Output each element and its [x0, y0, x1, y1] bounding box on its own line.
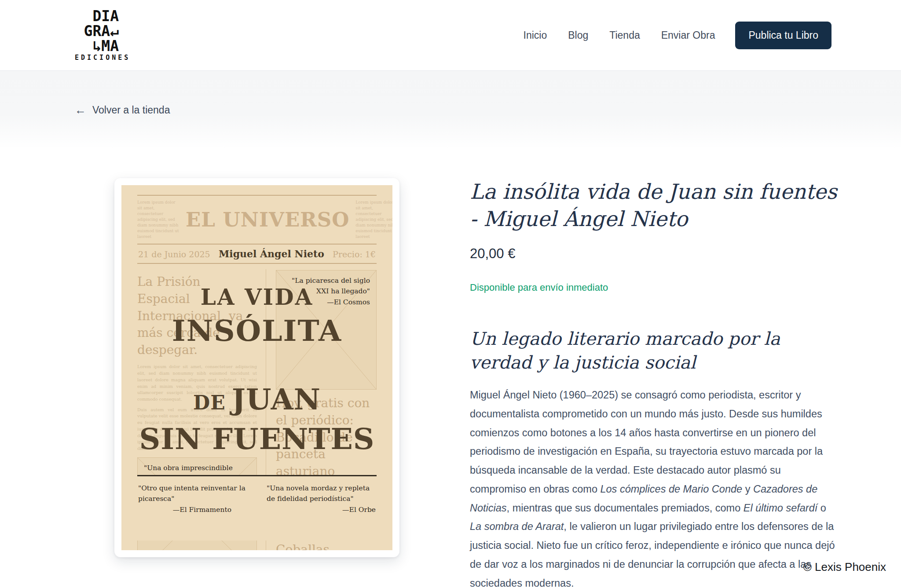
nav-item-blog[interactable]: Blog	[568, 29, 588, 41]
logo-subtitle: EDICIONES	[75, 55, 119, 61]
cover-dateline: 21 de Junio 2025 Miguel Ángel Nieto Prec…	[137, 245, 377, 263]
cover-masthead-row: Lorem ipsum dolor sit amet, consectetuer…	[137, 196, 377, 244]
section-heading: Un legado literario marcado por la verda…	[470, 327, 791, 374]
quote-source: —El Cosmos	[282, 297, 370, 307]
product-title: La insólita vida de Juan sin fuentes - M…	[470, 178, 839, 233]
logo-line-2: GRA↵	[75, 24, 119, 39]
nav-item-tienda[interactable]: Tienda	[609, 29, 640, 41]
product-info: La insólita vida de Juan sin fuentes - M…	[470, 178, 839, 588]
cover-price-tag: Precio: 1€	[333, 249, 376, 259]
quote-source: —El Orbe	[267, 505, 376, 515]
site-header: DIA GRA↵ ↳MA EDICIONES Inicio Blog Tiend…	[0, 0, 901, 71]
main-nav: Inicio Blog Tienda Enviar Obra	[524, 29, 715, 41]
cover-quote-cosmos: "La picaresca del siglo XXI ha llegado" …	[276, 270, 376, 313]
cover-bottom-quotes: "Otro que intenta reinventar la picaresc…	[137, 475, 377, 541]
product-page: Lorem ipsum dolor sit amet, consectetuer…	[0, 149, 901, 588]
logo-line-3: ↳MA	[75, 39, 119, 54]
nav-item-enviar-obra[interactable]: Enviar Obra	[661, 29, 715, 41]
quote-text: "Una novela mordaz y repleta de fidelida…	[267, 484, 370, 502]
cover-masthead-left-lorem: Lorem ipsum dolor sit amet, consectetuer…	[137, 200, 179, 240]
cover-date: 21 de Junio 2025	[138, 249, 210, 259]
cover-lorem: Lorem ipsum dolor sit amet, consectetuer…	[137, 364, 257, 402]
cover-bottom-quote-right: "Una novela mordaz y repleta de fidelida…	[267, 483, 376, 515]
logo-line-1: DIA	[75, 9, 119, 24]
cover-headline-coballas: Coballas humanas: el caso de los indigen…	[276, 541, 377, 550]
cover-rule	[137, 263, 377, 264]
left-arrow-icon: ←	[75, 104, 86, 116]
product-description: Miguel Ángel Nieto (1960–2025) se consag…	[470, 386, 839, 588]
breadcrumb-band: ← Volver a la tienda	[0, 71, 901, 149]
book-cover: Lorem ipsum dolor sit amet, consectetuer…	[121, 185, 392, 550]
cover-lorem: Duis autem vel eum iriure dolor in hendr…	[137, 407, 257, 452]
quote-text: "La picaresca del siglo XXI ha llegado"	[292, 277, 370, 295]
nav-item-inicio[interactable]: Inicio	[524, 29, 547, 41]
cover-headline-espacial: La Prisión Espacial Internacional, ya má…	[137, 274, 257, 358]
cover-headline-gratis: Hoy, gratis con el periódico: Bocadillo …	[276, 395, 377, 480]
back-to-store-label: Volver a la tienda	[92, 104, 170, 116]
back-to-store-link[interactable]: ← Volver a la tienda	[75, 104, 170, 116]
product-image-card[interactable]: Lorem ipsum dolor sit amet, consectetuer…	[114, 178, 399, 557]
diagrama-logo[interactable]: DIA GRA↵ ↳MA EDICIONES	[75, 9, 119, 61]
cover-masthead-title: EL UNIVERSO	[186, 208, 349, 231]
publica-tu-libro-button[interactable]: Publica tu Libro	[735, 22, 831, 49]
product-price: 20,00 €	[470, 246, 839, 262]
watermark: © Lexis Phoenix	[803, 560, 886, 574]
availability-status: Disponible para envío inmediato	[470, 282, 839, 293]
cover-photo-placeholder-right: "La picaresca del siglo XXI ha llegado" …	[276, 270, 377, 390]
quote-text: "Otro que intenta reinventar la picaresc…	[138, 484, 245, 502]
quote-source: —El Firmamento	[138, 505, 231, 515]
cover-author: Miguel Ángel Nieto	[219, 248, 324, 259]
cover-bottom-quote-left: "Otro que intenta reinventar la picaresc…	[138, 483, 247, 515]
cover-masthead-right-lorem: Lorem ipsum dolor sit amet, consectetuer…	[355, 200, 392, 240]
